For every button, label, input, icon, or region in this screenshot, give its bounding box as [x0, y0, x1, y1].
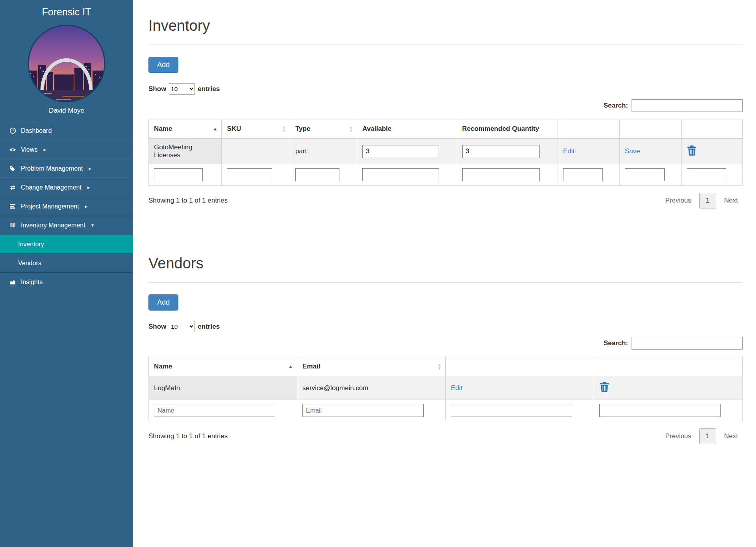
- sidebar-item-label: Vendors: [18, 260, 41, 267]
- sidebar-item-label: Change Management: [21, 184, 82, 191]
- inventory-search-input[interactable]: [632, 99, 743, 112]
- edit-link[interactable]: Edit: [563, 147, 574, 155]
- sort-asc-icon: ▲: [213, 126, 218, 132]
- barcode-icon: [9, 222, 17, 228]
- next-button[interactable]: Next: [719, 429, 743, 443]
- eye-icon: [9, 147, 17, 153]
- new-recommended-input[interactable]: [462, 168, 540, 181]
- new-vendor-col4-input[interactable]: [599, 404, 721, 417]
- save-link[interactable]: Save: [625, 147, 640, 155]
- recommended-input[interactable]: [462, 145, 540, 158]
- sort-asc-icon: ▲: [288, 364, 293, 369]
- vendors-table-footer: Showing 1 to 1 of 1 entries Previous 1 N…: [148, 428, 743, 444]
- page-1-button[interactable]: 1: [699, 428, 716, 444]
- column-header-type[interactable]: Type ▲▼: [290, 119, 357, 139]
- item-recommended-cell: [457, 139, 558, 164]
- column-header-name[interactable]: Name ▲: [149, 119, 222, 139]
- edit-link[interactable]: Edit: [451, 384, 462, 392]
- avatar-image: [27, 24, 106, 103]
- vendors-table: Name ▲ Email ▲▼ LogMeIn servi: [148, 357, 743, 421]
- inventory-page-length-select[interactable]: 10: [169, 83, 195, 95]
- column-header-empty: [681, 119, 742, 139]
- column-header-empty: [619, 119, 681, 139]
- previous-button[interactable]: Previous: [660, 429, 696, 443]
- trash-icon[interactable]: [599, 381, 610, 393]
- vendor-email-cell: service@logmein.com: [297, 376, 446, 400]
- item-name-cell: GotoMeeting Licenses: [149, 139, 222, 164]
- column-header-empty: [558, 119, 619, 139]
- add-vendor-button[interactable]: Add: [148, 294, 178, 311]
- caret-right-icon: ▸: [87, 184, 90, 190]
- sidebar-item-problem-management[interactable]: Problem Management ▸: [0, 159, 133, 178]
- search-label: Search:: [604, 339, 628, 347]
- sidebar-item-views[interactable]: Views ▸: [0, 140, 133, 159]
- sidebar: Forensic IT: [0, 0, 133, 547]
- new-col6-input[interactable]: [563, 168, 603, 181]
- caret-right-icon: ▸: [89, 166, 91, 171]
- next-button[interactable]: Next: [719, 193, 743, 208]
- inventory-search: Search:: [148, 99, 743, 112]
- sidebar-item-project-management[interactable]: Project Management ▸: [0, 197, 133, 216]
- new-vendor-col3-input[interactable]: [451, 404, 572, 417]
- sort-icon: ▲▼: [349, 125, 353, 132]
- available-input[interactable]: [362, 145, 439, 158]
- add-inventory-button[interactable]: Add: [148, 57, 178, 73]
- new-vendor-name-input[interactable]: [154, 404, 275, 417]
- column-header-recommended[interactable]: Recommended Quantity: [457, 119, 558, 139]
- caret-right-icon: ▸: [85, 203, 88, 209]
- vendor-edit-cell: Edit: [446, 376, 594, 400]
- vendors-search-input[interactable]: [632, 337, 743, 350]
- sidebar-item-insights[interactable]: Insights: [0, 272, 133, 291]
- previous-button[interactable]: Previous: [660, 193, 696, 208]
- inventory-new-entry-row: [149, 164, 743, 186]
- item-save-cell: Save: [619, 139, 681, 164]
- sidebar-item-inventory-management[interactable]: Inventory Management ▾: [0, 216, 133, 234]
- vendor-new-entry-row: [149, 400, 743, 421]
- new-available-input[interactable]: [362, 168, 439, 181]
- sidebar-item-label: Project Management: [21, 203, 79, 210]
- column-header-sku[interactable]: SKU ▲▼: [222, 119, 290, 139]
- new-col8-input[interactable]: [687, 168, 726, 181]
- sidebar-item-label: Inventory: [18, 241, 44, 248]
- avatar: [0, 24, 133, 103]
- column-header-name[interactable]: Name ▲: [149, 357, 297, 376]
- new-vendor-email-input[interactable]: [302, 404, 424, 417]
- item-sku-cell: [222, 139, 290, 164]
- sidebar-item-label: Inventory Management: [21, 222, 85, 229]
- inventory-table-footer: Showing 1 to 1 of 1 entries Previous 1 N…: [148, 193, 743, 208]
- new-sku-input[interactable]: [227, 168, 272, 181]
- sort-icon: ▲▼: [282, 125, 286, 132]
- column-header-available[interactable]: Available: [357, 119, 457, 139]
- entries-label: entries: [198, 323, 220, 331]
- sidebar-nav: Dashboard Views ▸ Problem Management ▸ ⇄…: [0, 121, 133, 291]
- column-header-empty: [446, 357, 594, 376]
- new-col7-input[interactable]: [625, 168, 665, 181]
- sidebar-item-label: Insights: [21, 279, 43, 286]
- item-type-cell: part: [290, 139, 357, 164]
- divider: [148, 282, 743, 283]
- sidebar-item-dashboard[interactable]: Dashboard: [0, 121, 133, 140]
- header-row: Name ▲ Email ▲▼: [149, 357, 743, 376]
- item-delete-cell: [681, 139, 742, 164]
- new-type-input[interactable]: [295, 168, 339, 181]
- inventory-table: Name ▲ SKU ▲▼ Type ▲▼ Available: [148, 119, 743, 186]
- sidebar-item-inventory[interactable]: Inventory: [0, 234, 133, 253]
- sort-icon: ▲▼: [437, 363, 441, 370]
- vendors-page-length-select[interactable]: 10: [169, 321, 195, 332]
- column-header-email[interactable]: Email ▲▼: [297, 357, 446, 376]
- page-1-button[interactable]: 1: [699, 193, 716, 208]
- item-edit-cell: Edit: [558, 139, 619, 164]
- trash-icon[interactable]: [687, 145, 697, 156]
- vendors-pagination: Previous 1 Next: [660, 428, 743, 444]
- sidebar-item-change-management[interactable]: ⇄ Change Management ▸: [0, 178, 133, 197]
- caret-right-icon: ▸: [43, 147, 46, 153]
- show-label: Show: [148, 85, 166, 93]
- sidebar-item-vendors[interactable]: Vendors: [0, 253, 133, 272]
- exchange-icon: ⇄: [9, 184, 17, 191]
- new-name-input[interactable]: [154, 168, 203, 181]
- column-header-empty: [594, 357, 743, 376]
- sidebar-item-label: Views: [21, 146, 37, 153]
- vendor-delete-cell: [594, 376, 743, 400]
- inventory-table-row: GotoMeeting Licenses part Edit: [149, 139, 743, 164]
- sidebar-item-label: Problem Management: [21, 165, 83, 172]
